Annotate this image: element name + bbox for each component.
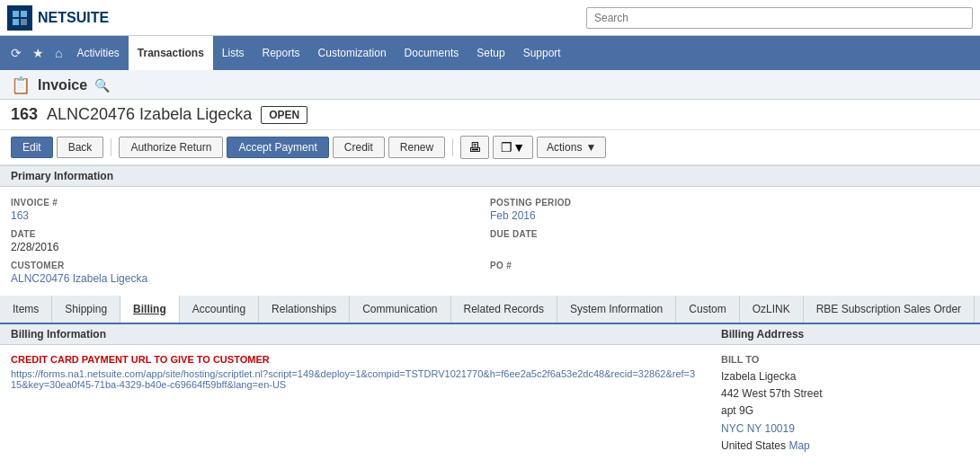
history-icon-button[interactable]: ⟳ — [5, 42, 27, 64]
customer-value[interactable]: ALNC20476 Izabela Ligecka — [11, 272, 490, 285]
back-button[interactable]: Back — [57, 137, 104, 158]
tab-items[interactable]: Items — [0, 296, 52, 323]
tab-related-records[interactable]: Related Records — [451, 296, 557, 323]
page-title: Invoice — [38, 77, 87, 93]
billing-right: Billing Addrress BILL TO Izabela Ligecka… — [710, 324, 980, 464]
actions-dropdown[interactable]: Actions ▼ — [537, 137, 606, 158]
tab-ozlink[interactable]: OzLINK — [740, 296, 804, 323]
svg-rect-0 — [13, 11, 19, 17]
tab-content-billing: Billing Information CREDIT CARD PAYMENT … — [0, 324, 980, 464]
date-value: 2/28/2016 — [11, 241, 490, 253]
posting-period-value[interactable]: Feb 2016 — [490, 209, 969, 222]
svg-rect-3 — [21, 19, 27, 25]
tab-custom[interactable]: Custom — [676, 296, 739, 323]
nav-lists[interactable]: Lists — [213, 36, 254, 70]
billing-right-content: BILL TO Izabela Ligecka 442 West 57th St… — [710, 345, 980, 464]
credit-card-url[interactable]: https://forms.na1.netsuite.com/app/site/… — [11, 368, 699, 390]
accept-payment-button[interactable]: Accept Payment — [227, 137, 328, 158]
tab-accounting[interactable]: Accounting — [180, 296, 259, 323]
primary-info-section-header: Primary Information — [0, 165, 980, 187]
billing-grid: Billing Information CREDIT CARD PAYMENT … — [0, 324, 980, 464]
nav-transactions[interactable]: Transactions — [129, 36, 213, 70]
logo: NETSUITE — [7, 5, 109, 31]
customer-field: CUSTOMER ALNC20476 Izabela Ligecka — [11, 257, 490, 288]
credit-card-label: CREDIT CARD PAYMENT URL TO GIVE TO CUSTO… — [11, 354, 699, 365]
authorize-return-button[interactable]: Authorize Return — [119, 137, 223, 158]
nav-setup[interactable]: Setup — [468, 36, 513, 70]
invoice-field: INVOICE # 163 — [11, 194, 490, 226]
due-date-label: DUE DATE — [490, 229, 969, 239]
record-number: 163 — [11, 105, 38, 124]
nav-customization[interactable]: Customization — [309, 36, 396, 70]
home-icon-button[interactable]: ⌂ — [49, 42, 67, 64]
bill-address-line2: 442 West 57th Street — [721, 385, 969, 403]
actions-label: Actions — [547, 141, 582, 154]
top-bar: NETSUITE — [0, 0, 980, 36]
svg-rect-2 — [13, 19, 19, 25]
bill-to-label: BILL TO — [721, 354, 969, 365]
invoice-label: INVOICE # — [11, 198, 490, 208]
tab-relationships[interactable]: Relationships — [259, 296, 350, 323]
action-bar: Edit Back Authorize Return Accept Paymen… — [0, 130, 980, 165]
record-title-bar: 163 ALNC20476 Izabela Ligecka OPEN — [0, 100, 980, 130]
bill-map-link[interactable]: Map — [788, 439, 809, 452]
nav-documents[interactable]: Documents — [396, 36, 468, 70]
record-name: ALNC20476 Izabela Ligecka — [47, 105, 252, 124]
favorites-icon-button[interactable]: ★ — [27, 42, 49, 64]
date-label: DATE — [11, 229, 490, 239]
credit-button[interactable]: Credit — [333, 137, 385, 158]
renew-button[interactable]: Renew — [388, 137, 445, 158]
posting-period-label: POSTING PERIOD — [490, 198, 969, 208]
bill-address-city-state[interactable]: NYC NY 10019 — [721, 420, 969, 438]
nav-activities[interactable]: Activities — [67, 36, 128, 70]
record-search-icon[interactable]: 🔍 — [94, 78, 110, 93]
actions-chevron-icon: ▼ — [585, 141, 596, 154]
billing-right-title: Billing Addrress — [710, 324, 980, 345]
posting-period-field: POSTING PERIOD Feb 2016 — [490, 194, 969, 226]
bill-address-line1: Izabela Ligecka — [721, 368, 969, 385]
nav-bar: ⟳ ★ ⌂ Activities Transactions Lists Repo… — [0, 36, 980, 70]
bill-address-country: United States — [721, 439, 786, 452]
invoice-value[interactable]: 163 — [11, 209, 490, 222]
nav-support[interactable]: Support — [514, 36, 570, 70]
share-icon-button[interactable]: ❐▼ — [493, 136, 533, 159]
svg-rect-1 — [21, 11, 27, 17]
print-icon-button[interactable]: 🖶 — [460, 136, 489, 159]
po-label: PO # — [490, 261, 969, 270]
search-input[interactable] — [586, 7, 973, 29]
customer-label: CUSTOMER — [11, 261, 490, 270]
primary-info-grid: INVOICE # 163 POSTING PERIOD Feb 2016 DA… — [0, 187, 980, 296]
tab-communication[interactable]: Communication — [350, 296, 450, 323]
tab-billing[interactable]: Billing — [120, 296, 180, 324]
tab-system-information[interactable]: System Information — [557, 296, 676, 323]
billing-left: Billing Information CREDIT CARD PAYMENT … — [0, 324, 710, 464]
separator-2 — [452, 138, 453, 156]
edit-button[interactable]: Edit — [11, 137, 53, 158]
due-date-field: DUE DATE — [490, 226, 969, 257]
tab-rbe[interactable]: RBE Subscription Sales Order — [804, 296, 975, 323]
billing-left-content: CREDIT CARD PAYMENT URL TO GIVE TO CUSTO… — [0, 345, 710, 399]
page-header: 📋 Invoice 🔍 — [0, 70, 980, 100]
nav-reports[interactable]: Reports — [254, 36, 309, 70]
date-field: DATE 2/28/2016 — [11, 226, 490, 257]
po-field: PO # — [490, 257, 969, 288]
tab-shipping[interactable]: Shipping — [52, 296, 120, 323]
separator-1 — [111, 138, 111, 156]
status-badge: OPEN — [261, 106, 307, 124]
logo-icon — [7, 5, 32, 31]
bill-address: Izabela Ligecka 442 West 57th Street apt… — [721, 368, 969, 455]
bill-address-line3: apt 9G — [721, 403, 969, 420]
billing-left-title: Billing Information — [0, 324, 710, 345]
tabs-bar: Items Shipping Billing Accounting Relati… — [0, 296, 980, 324]
page-icon: 📋 — [11, 75, 31, 95]
logo-text: NETSUITE — [38, 10, 109, 26]
